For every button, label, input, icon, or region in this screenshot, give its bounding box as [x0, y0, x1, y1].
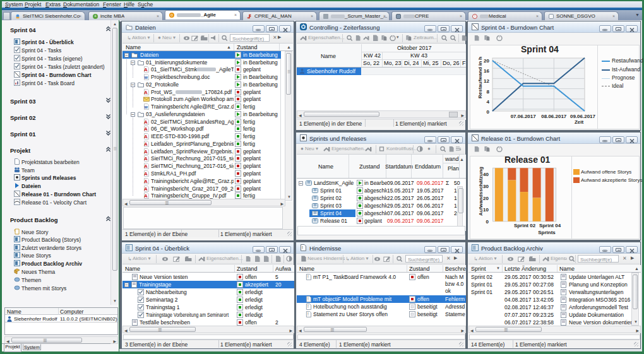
svg-text:!: !: [307, 312, 309, 316]
svg-text:Zeit: Zeit: [575, 119, 584, 125]
svg-text:07.06.2017: 07.06.2017: [511, 114, 537, 119]
svg-text:0: 0: [486, 219, 489, 225]
svg-text:16: 16: [484, 68, 489, 74]
svg-text:Sprint 04: Sprint 04: [539, 223, 561, 228]
svg-text:4: 4: [487, 99, 490, 105]
svg-text:!: !: [307, 297, 309, 301]
svg-text:40: 40: [483, 172, 489, 177]
svg-text:0: 0: [487, 109, 490, 115]
svg-text:8: 8: [487, 89, 490, 95]
svg-text:08.06.2017: 08.06.2017: [541, 114, 567, 119]
svg-text:!: !: [307, 304, 309, 309]
svg-text:!: !: [307, 274, 309, 279]
svg-text:Sprints: Sprints: [538, 230, 556, 235]
svg-text:10: 10: [483, 207, 489, 213]
svg-text:20: 20: [484, 58, 489, 64]
svg-text:12: 12: [484, 78, 489, 84]
svg-text:30: 30: [483, 184, 489, 189]
svg-text:20: 20: [483, 196, 489, 201]
svg-text:Sprint 02: Sprint 02: [514, 223, 536, 228]
svg-text:!: !: [302, 245, 303, 250]
svg-text:09.06.2017: 09.06.2017: [570, 114, 596, 119]
